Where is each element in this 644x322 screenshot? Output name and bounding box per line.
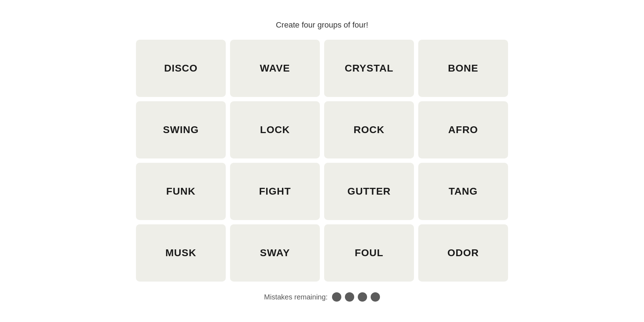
tile-rock[interactable]: ROCK	[324, 101, 414, 158]
mistakes-row: Mistakes remaining:	[264, 292, 380, 302]
tile-disco[interactable]: DISCO	[136, 40, 226, 97]
tile-label: SWING	[163, 124, 199, 136]
tile-sway[interactable]: SWAY	[230, 224, 320, 282]
tile-label: CRYSTAL	[345, 63, 393, 74]
tile-label: FUNK	[166, 186, 196, 197]
mistake-dot-0	[332, 292, 341, 302]
mistake-dot-2	[358, 292, 367, 302]
tile-crystal[interactable]: CRYSTAL	[324, 40, 414, 97]
tile-label: ROCK	[353, 124, 384, 136]
mistakes-dots	[332, 292, 380, 302]
mistake-dot-3	[371, 292, 380, 302]
word-grid: DISCOWAVECRYSTALBONESWINGLOCKROCKAFROFUN…	[136, 40, 508, 282]
tile-label: TANG	[449, 186, 478, 197]
tile-label: AFRO	[448, 124, 478, 136]
tile-lock[interactable]: LOCK	[230, 101, 320, 158]
tile-tang[interactable]: TANG	[418, 163, 508, 220]
tile-fight[interactable]: FIGHT	[230, 163, 320, 220]
tile-musk[interactable]: MUSK	[136, 224, 226, 282]
tile-bone[interactable]: BONE	[418, 40, 508, 97]
tile-odor[interactable]: ODOR	[418, 224, 508, 282]
tile-label: SWAY	[260, 247, 290, 259]
tile-foul[interactable]: FOUL	[324, 224, 414, 282]
tile-wave[interactable]: WAVE	[230, 40, 320, 97]
tile-label: MUSK	[165, 247, 196, 259]
mistake-dot-1	[345, 292, 354, 302]
mistakes-label: Mistakes remaining:	[264, 293, 328, 301]
tile-label: WAVE	[260, 63, 290, 74]
subtitle: Create four groups of four!	[276, 20, 368, 30]
game-container: Create four groups of four! DISCOWAVECRY…	[136, 20, 508, 302]
tile-funk[interactable]: FUNK	[136, 163, 226, 220]
tile-label: ODOR	[448, 247, 479, 259]
tile-label: BONE	[448, 63, 478, 74]
tile-label: FIGHT	[259, 186, 291, 197]
tile-afro[interactable]: AFRO	[418, 101, 508, 158]
tile-label: DISCO	[164, 63, 198, 74]
tile-label: FOUL	[355, 247, 383, 259]
tile-gutter[interactable]: GUTTER	[324, 163, 414, 220]
tile-label: LOCK	[260, 124, 290, 136]
tile-label: GUTTER	[347, 186, 391, 197]
tile-swing[interactable]: SWING	[136, 101, 226, 158]
